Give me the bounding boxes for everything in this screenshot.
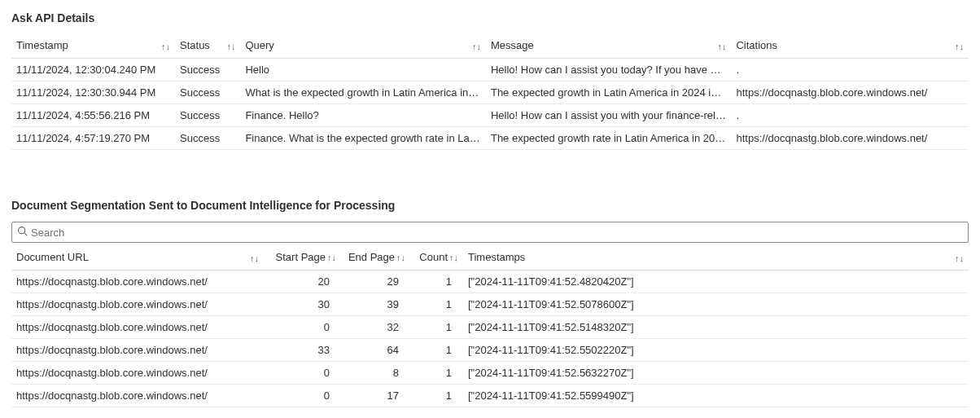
svg-point-0 bbox=[19, 227, 25, 234]
search-box[interactable] bbox=[11, 222, 969, 243]
col-ts-sort[interactable]: ↑↓ bbox=[707, 246, 969, 271]
cell-count: 1 bbox=[410, 339, 463, 362]
cell-timestamps: ["2024-11-11T09:41:52.5148320Z"] bbox=[463, 316, 707, 339]
col-end[interactable]: End Page↑↓ bbox=[341, 246, 410, 271]
cell-query: Hello bbox=[240, 59, 486, 81]
cell-end: 29 bbox=[341, 271, 410, 293]
col-message-label: Message bbox=[491, 39, 534, 51]
cell-count: 1 bbox=[410, 293, 463, 316]
sort-icon[interactable]: ↑↓ bbox=[955, 253, 964, 263]
cell-timestamps: ["2024-11-11T09:41:52.5502220Z"] bbox=[463, 339, 707, 362]
cell-url: https://docqnastg.blob.core.windows.net/ bbox=[11, 271, 264, 293]
sort-icon[interactable]: ↑↓ bbox=[250, 253, 259, 263]
col-status[interactable]: Status ↑↓ bbox=[175, 34, 240, 59]
cell-start: 0 bbox=[264, 316, 341, 339]
table-row[interactable]: https://docqnastg.blob.core.windows.net/… bbox=[11, 293, 969, 316]
cell-url: https://docqnastg.blob.core.windows.net/ bbox=[11, 385, 264, 407]
sort-icon[interactable]: ↑↓ bbox=[396, 253, 405, 262]
sort-icon[interactable]: ↑↓ bbox=[226, 42, 235, 51]
sort-icon[interactable]: ↑↓ bbox=[161, 42, 170, 51]
table-row[interactable]: https://docqnastg.blob.core.windows.net/… bbox=[11, 362, 969, 385]
col-message[interactable]: Message ↑↓ bbox=[486, 34, 732, 59]
cell-message: The expected growth rate in Latin Americ… bbox=[486, 127, 732, 150]
cell-start: 33 bbox=[264, 339, 341, 362]
cell-timestamp: 11/11/2024, 4:57:19.270 PM bbox=[11, 127, 175, 150]
ask-api-table: Timestamp ↑↓ Status ↑↓ Query ↑↓ Message … bbox=[11, 34, 969, 150]
table-row[interactable]: https://docqnastg.blob.core.windows.net/… bbox=[11, 316, 969, 339]
cell-empty bbox=[707, 271, 969, 293]
cell-query: Finance. Hello? bbox=[240, 104, 486, 127]
sort-icon[interactable]: ↑↓ bbox=[717, 42, 726, 51]
col-url[interactable]: Document URL ↑↓ bbox=[11, 246, 264, 271]
col-status-label: Status bbox=[180, 39, 210, 51]
cell-end: 39 bbox=[341, 293, 410, 316]
cell-timestamp: 11/11/2024, 4:55:56.216 PM bbox=[11, 104, 175, 127]
col-count[interactable]: Count↑↓ bbox=[410, 246, 463, 271]
cell-count: 1 bbox=[410, 271, 463, 293]
cell-query: What is the expected growth in Latin Ame… bbox=[240, 81, 486, 104]
table-row[interactable]: https://docqnastg.blob.core.windows.net/… bbox=[11, 385, 969, 407]
sort-icon[interactable]: ↑↓ bbox=[955, 42, 964, 51]
cell-end: 32 bbox=[341, 316, 410, 339]
cell-message: The expected growth in Latin America in … bbox=[486, 81, 732, 104]
search-input[interactable] bbox=[31, 227, 963, 239]
cell-end: 17 bbox=[341, 385, 410, 407]
cell-start: 0 bbox=[264, 385, 341, 407]
cell-start: 0 bbox=[264, 362, 341, 385]
cell-url: https://docqnastg.blob.core.windows.net/ bbox=[11, 339, 264, 362]
doc-seg-table: Document URL ↑↓ Start Page↑↓ End Page↑↓ … bbox=[11, 246, 969, 407]
cell-timestamps: ["2024-11-11T09:41:52.4820420Z"] bbox=[463, 271, 707, 293]
cell-citations: https://docqnastg.blob.core.windows.net/ bbox=[731, 127, 969, 150]
cell-timestamp: 11/11/2024, 12:30:04.240 PM bbox=[11, 59, 175, 81]
svg-line-1 bbox=[24, 233, 27, 235]
cell-empty bbox=[707, 385, 969, 407]
cell-timestamps: ["2024-11-11T09:41:52.5599490Z"] bbox=[463, 385, 707, 407]
col-url-label: Document URL bbox=[16, 251, 89, 263]
cell-query: Finance. What is the expected growth rat… bbox=[240, 127, 486, 150]
cell-count: 1 bbox=[410, 385, 463, 407]
cell-count: 1 bbox=[410, 316, 463, 339]
cell-citations: https://docqnastg.blob.core.windows.net/ bbox=[731, 81, 969, 104]
cell-empty bbox=[707, 339, 969, 362]
cell-status: Success bbox=[175, 104, 240, 127]
cell-url: https://docqnastg.blob.core.windows.net/ bbox=[11, 362, 264, 385]
sort-icon[interactable]: ↑↓ bbox=[327, 253, 336, 262]
sort-icon[interactable]: ↑↓ bbox=[472, 42, 481, 51]
cell-status: Success bbox=[175, 127, 240, 150]
cell-empty bbox=[707, 362, 969, 385]
cell-citations: . bbox=[731, 104, 969, 127]
section-title-ask-api: Ask API Details bbox=[11, 11, 969, 24]
col-end-label: End Page bbox=[348, 251, 395, 263]
search-icon bbox=[17, 226, 28, 239]
cell-timestamps: ["2024-11-11T09:41:52.5632270Z"] bbox=[463, 362, 707, 385]
cell-empty bbox=[707, 293, 969, 316]
cell-status: Success bbox=[175, 81, 240, 104]
table-row[interactable]: 11/11/2024, 4:55:56.216 PMSuccessFinance… bbox=[11, 104, 969, 127]
col-citations-label: Citations bbox=[736, 39, 777, 51]
col-timestamp-label: Timestamp bbox=[16, 39, 68, 51]
cell-url: https://docqnastg.blob.core.windows.net/ bbox=[11, 316, 264, 339]
table-row[interactable]: https://docqnastg.blob.core.windows.net/… bbox=[11, 339, 969, 362]
cell-url: https://docqnastg.blob.core.windows.net/ bbox=[11, 293, 264, 316]
sort-icon[interactable]: ↑↓ bbox=[449, 253, 458, 262]
table-row[interactable]: 11/11/2024, 12:30:04.240 PMSuccessHelloH… bbox=[11, 59, 969, 81]
col-timestamps-label: Timestamps bbox=[468, 251, 525, 263]
col-start-label: Start Page bbox=[276, 251, 326, 263]
cell-empty bbox=[707, 316, 969, 339]
cell-message: Hello! How can I assist you with your fi… bbox=[486, 104, 732, 127]
col-query-label: Query bbox=[245, 39, 273, 51]
cell-count: 1 bbox=[410, 362, 463, 385]
col-query[interactable]: Query ↑↓ bbox=[240, 34, 486, 59]
col-timestamp[interactable]: Timestamp ↑↓ bbox=[11, 34, 175, 59]
cell-timestamps: ["2024-11-11T09:41:52.5078600Z"] bbox=[463, 293, 707, 316]
cell-message: Hello! How can I assist you today? If yo… bbox=[486, 59, 732, 81]
section-title-doc-seg: Document Segmentation Sent to Document I… bbox=[11, 199, 969, 212]
table-row[interactable]: https://docqnastg.blob.core.windows.net/… bbox=[11, 271, 969, 293]
col-timestamps[interactable]: Timestamps bbox=[463, 246, 707, 271]
cell-start: 30 bbox=[264, 293, 341, 316]
table-row[interactable]: 11/11/2024, 4:57:19.270 PMSuccessFinance… bbox=[11, 127, 969, 150]
col-start[interactable]: Start Page↑↓ bbox=[264, 246, 341, 271]
cell-status: Success bbox=[175, 59, 240, 81]
col-citations[interactable]: Citations ↑↓ bbox=[731, 34, 969, 59]
table-row[interactable]: 11/11/2024, 12:30:30.944 PMSuccessWhat i… bbox=[11, 81, 969, 104]
